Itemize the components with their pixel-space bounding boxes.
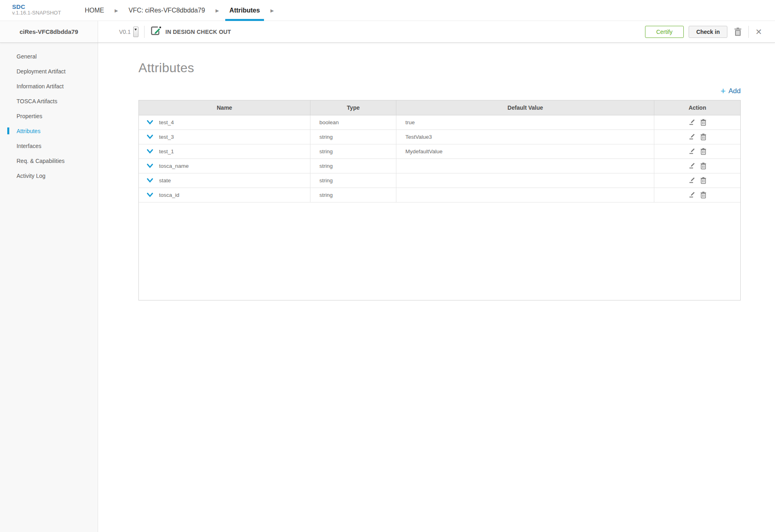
delete-attribute-button[interactable] <box>700 177 706 184</box>
delete-attribute-button[interactable] <box>700 148 706 155</box>
attribute-default-value: MydefaultValue <box>396 144 654 159</box>
chevron-right-icon: ▶ <box>265 0 279 21</box>
expand-row-button[interactable] <box>147 120 153 125</box>
add-attribute-button[interactable]: + Add <box>721 87 741 95</box>
lifecycle-status: IN DESIGN CHECK OUT <box>150 26 231 38</box>
trash-icon <box>700 119 706 126</box>
sidebar-item[interactable]: Deployment Artifact <box>0 64 98 79</box>
attribute-name: state <box>159 177 171 184</box>
attribute-type: string <box>310 173 396 188</box>
attribute-type: string <box>310 144 396 159</box>
column-header-type: Type <box>310 100 396 115</box>
edit-attribute-button[interactable] <box>689 119 695 126</box>
column-header-default: Default Value <box>396 100 654 115</box>
sidebar-item-label: Properties <box>17 113 42 119</box>
sidebar-item[interactable]: Attributes <box>0 123 98 138</box>
edit-attribute-button[interactable] <box>689 134 695 140</box>
delete-attribute-button[interactable] <box>700 192 706 198</box>
workspace-header: ciRes-VFC8dbdda79 V0.1 IN DESIGN CHECK O… <box>0 21 775 42</box>
trash-icon <box>700 148 706 155</box>
sidebar-item[interactable]: General <box>0 49 98 64</box>
version-dropdown-spinner[interactable] <box>133 27 138 37</box>
app-build-version: v.1.16.1-SNAPSHOT <box>12 10 61 16</box>
chevron-down-icon <box>147 149 153 154</box>
plus-icon: + <box>721 87 726 95</box>
component-name: ciRes-VFC8dbdda79 <box>0 21 98 42</box>
delete-attribute-button[interactable] <box>700 119 706 126</box>
trash-icon <box>700 134 706 140</box>
trash-icon <box>700 192 706 198</box>
attribute-default-value: TestValue3 <box>396 129 654 144</box>
pencil-icon <box>689 119 695 126</box>
edit-attribute-button[interactable] <box>689 177 695 184</box>
attribute-name: tosca_id <box>159 192 179 198</box>
sidebar: General Deployment Artifact Information … <box>0 42 98 532</box>
edit-attribute-button[interactable] <box>689 148 695 155</box>
attribute-type: string <box>310 159 396 173</box>
breadcrumb-tab[interactable]: HOME <box>80 0 109 21</box>
pencil-icon <box>689 163 695 169</box>
page-title: Attributes <box>138 61 741 75</box>
expand-row-button[interactable] <box>147 164 153 168</box>
certify-button[interactable]: Certify <box>645 26 684 38</box>
top-bar: SDC v.1.16.1-SNAPSHOT HOME ▶ VFC: ciRes-… <box>0 0 775 21</box>
attribute-default-value: true <box>396 115 654 129</box>
attribute-default-value <box>396 159 654 173</box>
sidebar-item[interactable]: Req. & Capabilities <box>0 153 98 168</box>
expand-row-button[interactable] <box>147 149 153 154</box>
divider <box>144 26 145 38</box>
attributes-table-container: Name Type Default Value Action <box>138 100 741 300</box>
pencil-icon <box>689 148 695 155</box>
checkin-button[interactable]: Check in <box>689 26 727 38</box>
trash-icon <box>734 27 742 36</box>
attribute-type: string <box>310 129 396 144</box>
table-row: tosca_id string <box>139 188 740 202</box>
divider <box>748 26 749 38</box>
expand-row-button[interactable] <box>147 178 153 183</box>
breadcrumb-tab-label: Attributes <box>229 7 260 14</box>
delete-attribute-button[interactable] <box>700 134 706 140</box>
expand-row-button[interactable] <box>147 193 153 197</box>
attribute-default-value <box>396 173 654 188</box>
table-row: test_3 string TestValue3 <box>139 129 740 144</box>
breadcrumb-tab[interactable]: Attributes <box>224 0 265 21</box>
chevron-down-icon <box>147 193 153 197</box>
attribute-name: test_1 <box>159 148 174 154</box>
sidebar-item[interactable]: Interfaces <box>0 138 98 153</box>
sidebar-item[interactable]: Properties <box>0 108 98 123</box>
chevron-down-icon <box>147 135 153 139</box>
table-header-row: Name Type Default Value Action <box>139 100 740 115</box>
column-header-action: Action <box>654 100 740 115</box>
chevron-right-icon: ▶ <box>109 0 124 21</box>
sidebar-item[interactable]: Information Artifact <box>0 79 98 94</box>
sidebar-item-label: Activity Log <box>17 173 46 179</box>
table-row: test_1 string MydefaultValue <box>139 144 740 159</box>
app-logo: SDC v.1.16.1-SNAPSHOT <box>12 3 61 16</box>
attribute-name: test_3 <box>159 134 174 140</box>
attribute-type: string <box>310 188 396 202</box>
sidebar-item[interactable]: Activity Log <box>0 168 98 183</box>
sidebar-item-label: Interfaces <box>17 143 41 149</box>
expand-row-button[interactable] <box>147 135 153 139</box>
delete-attribute-button[interactable] <box>700 163 706 169</box>
attributes-table: Name Type Default Value Action <box>139 100 740 202</box>
trash-icon <box>700 177 706 184</box>
column-header-name: Name <box>139 100 310 115</box>
delete-component-button[interactable] <box>732 26 744 38</box>
table-row: test_4 boolean true <box>139 115 740 129</box>
trash-icon <box>700 163 706 169</box>
attribute-default-value <box>396 188 654 202</box>
version-selector[interactable]: V0.1 <box>119 27 138 37</box>
header-actions: Certify Check in ✕ <box>645 21 764 42</box>
table-row: tosca_name string <box>139 159 740 173</box>
close-button[interactable]: ✕ <box>754 25 764 38</box>
pencil-icon <box>689 177 695 184</box>
app-logo-text: SDC <box>12 3 61 10</box>
edit-attribute-button[interactable] <box>689 163 695 169</box>
edit-attribute-button[interactable] <box>689 192 695 198</box>
breadcrumb-tab[interactable]: VFC: ciRes-VFC8dbdda79 <box>124 0 209 21</box>
chevron-down-icon <box>147 120 153 125</box>
sidebar-item[interactable]: TOSCA Artifacts <box>0 94 98 108</box>
lifecycle-status-text: IN DESIGN CHECK OUT <box>165 29 231 35</box>
sidebar-item-label: TOSCA Artifacts <box>17 98 57 104</box>
